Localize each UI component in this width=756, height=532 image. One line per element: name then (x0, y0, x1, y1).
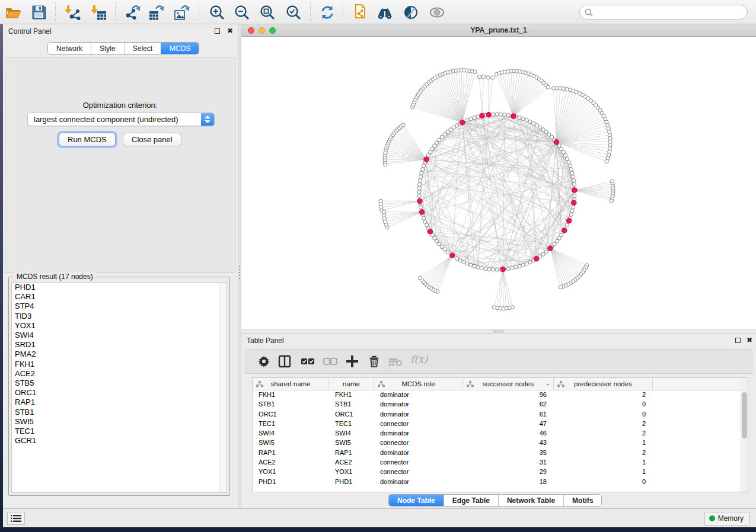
close-panel-icon[interactable]: ✖ (227, 27, 233, 35)
mcds-hub-node[interactable] (566, 218, 572, 223)
export-table-icon[interactable] (148, 4, 164, 21)
import-table-icon[interactable] (91, 4, 107, 21)
search-network-icon[interactable] (377, 4, 393, 21)
hide-details-icon[interactable] (403, 4, 419, 21)
result-node-item[interactable]: STP4 (12, 302, 227, 311)
save-icon[interactable] (31, 4, 47, 21)
network-leaf-node[interactable] (492, 306, 496, 309)
network-node[interactable] (495, 268, 499, 271)
open-folder-icon[interactable] (5, 4, 22, 21)
network-node[interactable] (503, 113, 506, 117)
birds-eye-icon[interactable] (429, 4, 445, 21)
mcds-hub-node[interactable] (572, 188, 578, 193)
mcds-hub-node[interactable] (486, 112, 492, 117)
result-node-item[interactable]: TID3 (12, 312, 227, 321)
table-row-ORC1[interactable]: ORC1ORC1dominator610 (253, 410, 741, 419)
network-leaf-node[interactable] (477, 75, 481, 78)
network-node[interactable] (465, 118, 469, 122)
column-header-MCDS-role[interactable]: MCDS role (374, 378, 463, 390)
result-node-item[interactable]: PMA2 (12, 350, 227, 359)
network-node[interactable] (462, 260, 465, 264)
network-node[interactable] (487, 267, 491, 271)
mcds-hub-node[interactable] (500, 267, 506, 272)
result-node-item[interactable]: STB5 (12, 379, 227, 388)
network-node[interactable] (568, 164, 572, 168)
float-panel-icon[interactable] (215, 28, 220, 34)
mcds-hub-node[interactable] (449, 253, 455, 258)
network-node[interactable] (571, 175, 575, 178)
mcds-hub-node[interactable] (562, 228, 567, 233)
mcds-hub-node[interactable] (417, 198, 423, 204)
network-node[interactable] (473, 116, 476, 120)
tab-motifs[interactable]: Motifs (563, 495, 601, 506)
task-history-button[interactable] (7, 512, 25, 525)
column-header-shared-name[interactable]: shared name (253, 378, 329, 390)
table-row-FKH1[interactable]: FKH1FKH1dominator962 (253, 390, 741, 400)
network-node[interactable] (510, 266, 513, 270)
network-node[interactable] (469, 117, 473, 121)
add-column-icon[interactable] (345, 354, 359, 371)
table-settings-gear-icon[interactable] (257, 354, 270, 371)
network-node[interactable] (525, 262, 528, 265)
table-row-STB1[interactable]: STB1STB1dominator620 (253, 400, 741, 409)
network-node[interactable] (567, 161, 570, 164)
column-header-name[interactable]: name (329, 378, 374, 390)
optimization-criterion-select[interactable]: largest connected component (undirected) (27, 113, 215, 126)
column-header-successor-nodes[interactable]: successor nodes⌄ (463, 378, 554, 390)
memory-button[interactable]: Memory (704, 512, 749, 525)
delete-column-icon[interactable] (368, 354, 381, 371)
network-node[interactable] (506, 113, 510, 117)
mcds-hub-node[interactable] (548, 246, 553, 251)
network-leaf-node[interactable] (559, 286, 563, 289)
network-canvas[interactable] (241, 37, 756, 329)
network-node[interactable] (419, 205, 422, 209)
network-file-icon[interactable] (352, 4, 369, 21)
result-node-item[interactable]: SWI5 (12, 417, 227, 427)
network-node[interactable] (521, 263, 525, 267)
zoom-in-icon[interactable] (209, 4, 225, 21)
result-node-item[interactable]: SRD1 (12, 340, 227, 350)
result-node-item[interactable]: CAR1 (12, 292, 227, 302)
mcds-hub-node[interactable] (571, 200, 576, 206)
network-node[interactable] (419, 175, 422, 178)
table-row-PHD1[interactable]: PHD1PHD1dominator180 (253, 477, 741, 487)
mcds-hub-node[interactable] (534, 256, 539, 261)
tab-mcds[interactable]: MCDS (161, 43, 199, 54)
mcds-hub-node[interactable] (424, 157, 429, 162)
network-leaf-node[interactable] (605, 159, 608, 163)
network-node[interactable] (455, 257, 459, 260)
network-node[interactable] (425, 223, 428, 227)
network-node[interactable] (495, 113, 499, 116)
mcds-hub-node[interactable] (419, 210, 425, 215)
zoom-fit-icon[interactable] (259, 4, 276, 21)
network-node[interactable] (572, 182, 576, 186)
network-node[interactable] (476, 265, 480, 269)
network-node[interactable] (563, 153, 567, 157)
run-mcds-button[interactable]: Run MCDS (59, 133, 116, 146)
result-node-item[interactable]: STB1 (12, 408, 227, 417)
network-node[interactable] (525, 118, 528, 122)
network-node[interactable] (417, 190, 421, 194)
network-leaf-node[interactable] (382, 210, 385, 214)
network-node[interactable] (473, 264, 476, 268)
network-node[interactable] (571, 205, 575, 209)
network-node[interactable] (528, 120, 532, 123)
search-input[interactable] (595, 7, 744, 18)
network-leaf-node[interactable] (473, 70, 477, 73)
result-node-item[interactable]: RAP1 (12, 398, 227, 407)
export-image-icon[interactable] (173, 4, 190, 21)
network-node[interactable] (521, 117, 525, 121)
mcds-hub-node[interactable] (511, 114, 516, 119)
network-node[interactable] (469, 263, 473, 267)
network-node[interactable] (573, 194, 576, 197)
network-node[interactable] (518, 116, 521, 120)
network-leaf-node[interactable] (419, 276, 422, 280)
network-node[interactable] (423, 220, 427, 223)
tab-select[interactable]: Select (124, 43, 161, 54)
table-row-RAP1[interactable]: RAP1RAP1dominator352 (253, 448, 741, 458)
result-node-item[interactable]: ACE2 (12, 369, 227, 379)
network-leaf-node[interactable] (481, 75, 485, 78)
zoom-out-icon[interactable] (234, 4, 250, 21)
network-node[interactable] (528, 260, 532, 264)
search-box[interactable] (579, 5, 748, 20)
